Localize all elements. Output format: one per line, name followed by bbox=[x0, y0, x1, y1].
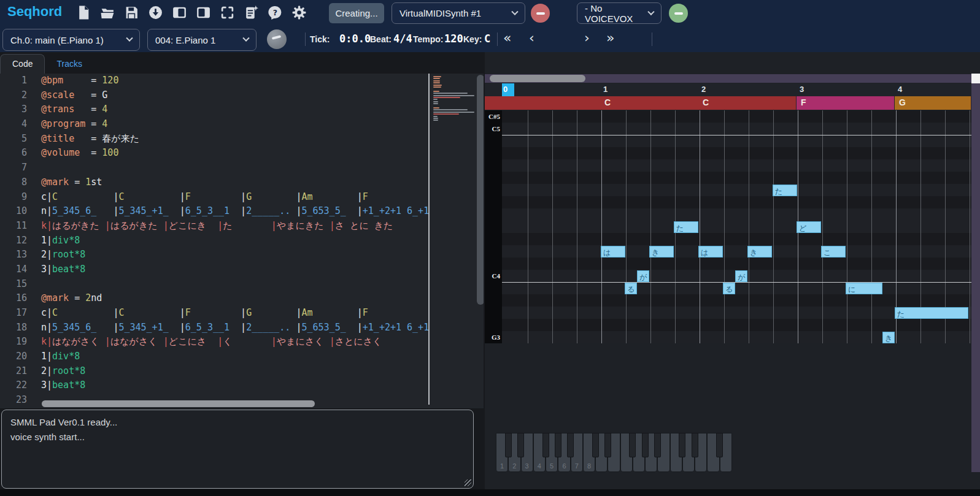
split-left-icon[interactable] bbox=[172, 5, 187, 20]
note[interactable]: た bbox=[674, 221, 698, 233]
bar-ruler[interactable]: 01234 bbox=[485, 83, 971, 96]
editor-vertical-scrollbar[interactable] bbox=[477, 75, 484, 305]
note[interactable]: に bbox=[846, 283, 882, 294]
piano-key-black[interactable] bbox=[505, 433, 512, 457]
roll-horizontal-scrollbar-thumb[interactable] bbox=[490, 75, 585, 82]
key-number-label: 3 bbox=[522, 462, 533, 470]
step-forward-button[interactable]: › bbox=[584, 30, 590, 45]
octave-line bbox=[502, 135, 971, 135]
chord-region[interactable] bbox=[895, 96, 971, 110]
piano-key-black[interactable] bbox=[542, 433, 549, 457]
tab-code[interactable]: Code bbox=[0, 54, 45, 74]
note[interactable]: ど bbox=[797, 221, 821, 233]
channel-select[interactable]: Ch.0: main (E.Piano 1) bbox=[2, 29, 140, 51]
note-grid[interactable]: はるがきたはるがきたどこにきた bbox=[502, 110, 971, 343]
editor-horizontal-scrollbar[interactable] bbox=[42, 400, 315, 407]
volume-knob[interactable] bbox=[267, 29, 287, 49]
tab-tracks[interactable]: Tracks bbox=[45, 55, 93, 74]
piano-key-black[interactable] bbox=[567, 433, 574, 457]
ai-assist-icon[interactable] bbox=[244, 5, 259, 20]
midi-mute-button[interactable] bbox=[531, 4, 550, 23]
code-line: 18n|5_345_6_ |5_345_+1_ |6_5_3__1 |2____… bbox=[0, 322, 429, 337]
note[interactable]: る bbox=[625, 283, 637, 294]
minimap-line bbox=[433, 78, 440, 79]
grid-row bbox=[502, 159, 971, 172]
help-icon[interactable]: ? bbox=[268, 5, 283, 20]
line-number: 17 bbox=[0, 307, 27, 318]
chord-region[interactable] bbox=[797, 96, 895, 110]
beat-value: 4/4 bbox=[393, 32, 412, 45]
voicevox-select[interactable]: - No VOICEVOX bbox=[577, 2, 662, 24]
line-number: 12 bbox=[0, 235, 27, 246]
piano-key-black[interactable] bbox=[642, 433, 649, 457]
note[interactable]: き bbox=[882, 332, 895, 343]
code-line: 16@mark = 2nd bbox=[0, 292, 429, 307]
line-number: 11 bbox=[0, 220, 27, 231]
note[interactable]: が bbox=[735, 270, 747, 282]
piano-key-black[interactable] bbox=[654, 433, 661, 457]
minimap-line bbox=[433, 97, 460, 98]
piano-key-black[interactable] bbox=[629, 433, 636, 457]
piano-key-black[interactable] bbox=[679, 433, 685, 457]
playhead-marker[interactable]: 0 bbox=[502, 83, 514, 96]
skip-back-button[interactable]: « bbox=[503, 30, 511, 45]
piano-key-black[interactable] bbox=[517, 433, 524, 457]
split-right-icon[interactable] bbox=[196, 5, 211, 20]
line-number: 4 bbox=[0, 118, 27, 129]
chord-strip[interactable]: CCFG bbox=[485, 96, 971, 110]
note[interactable]: る bbox=[723, 283, 735, 294]
column-ruler bbox=[428, 74, 430, 405]
minimap-line bbox=[433, 116, 438, 117]
midi-device-select[interactable]: VirtualMIDISynth #1 bbox=[392, 2, 525, 24]
code-line: 201|div*8 bbox=[0, 351, 429, 365]
save-icon[interactable] bbox=[124, 5, 139, 20]
piano-key-black[interactable] bbox=[592, 433, 599, 457]
note[interactable]: こ bbox=[821, 246, 846, 258]
chevron-down-icon bbox=[511, 8, 518, 15]
minimap-line bbox=[433, 93, 468, 94]
note[interactable]: は bbox=[698, 246, 723, 258]
onscreen-keyboard: 12345678 bbox=[496, 433, 732, 472]
note[interactable]: き bbox=[649, 246, 674, 258]
code-line: 121|div*8 bbox=[0, 235, 429, 250]
new-file-icon[interactable] bbox=[76, 5, 91, 20]
code-editor[interactable]: 1@bpm = 1202@scale = G3@trans = 44@progr… bbox=[0, 74, 484, 408]
chord-label: G bbox=[899, 97, 906, 107]
piano-key-black[interactable] bbox=[555, 433, 561, 457]
settings-icon[interactable] bbox=[291, 5, 307, 20]
fullscreen-icon[interactable] bbox=[220, 5, 235, 20]
minimap-line bbox=[433, 113, 459, 115]
note[interactable]: た bbox=[895, 307, 968, 319]
minimap-line bbox=[433, 103, 438, 104]
left-tabbar: Code Tracks bbox=[0, 52, 94, 74]
console-line: SMML Pad Ver0.1 ready... bbox=[10, 415, 465, 430]
open-file-icon[interactable] bbox=[100, 5, 115, 20]
minimap-line bbox=[433, 99, 438, 100]
note[interactable]: た bbox=[773, 185, 797, 196]
key-label: Key: bbox=[463, 34, 482, 44]
download-icon[interactable] bbox=[148, 5, 163, 20]
tempo-value: 120 bbox=[444, 32, 463, 45]
piano-key-black[interactable] bbox=[604, 433, 611, 457]
resize-handle[interactable] bbox=[465, 479, 471, 486]
pitch-label: C4 bbox=[492, 272, 500, 280]
step-back-button[interactable]: ‹ bbox=[529, 30, 534, 45]
skip-forward-button[interactable]: » bbox=[606, 30, 614, 45]
note[interactable]: き bbox=[747, 246, 772, 258]
voice-mute-button[interactable] bbox=[669, 4, 688, 23]
program-select[interactable]: 004: E.Piano 1 bbox=[147, 29, 257, 51]
console-output: SMML Pad Ver0.1 ready...voice synth star… bbox=[1, 410, 474, 489]
divider bbox=[497, 32, 498, 46]
chevron-down-icon bbox=[126, 35, 133, 42]
note[interactable]: が bbox=[637, 270, 649, 282]
creating-button[interactable]: Creating... bbox=[329, 3, 384, 23]
piano-key-black[interactable] bbox=[716, 433, 723, 457]
bottom-bar bbox=[0, 489, 980, 496]
note[interactable]: は bbox=[601, 246, 625, 258]
piano-key-black[interactable] bbox=[692, 433, 698, 457]
roll-vertical-scrollbar[interactable] bbox=[971, 83, 980, 472]
minimap[interactable] bbox=[432, 75, 475, 142]
voicevox-value: - No VOICEVOX bbox=[585, 3, 649, 24]
pitch-label-column: C#5C5C4G3 bbox=[485, 110, 502, 343]
chord-region[interactable] bbox=[485, 96, 797, 110]
